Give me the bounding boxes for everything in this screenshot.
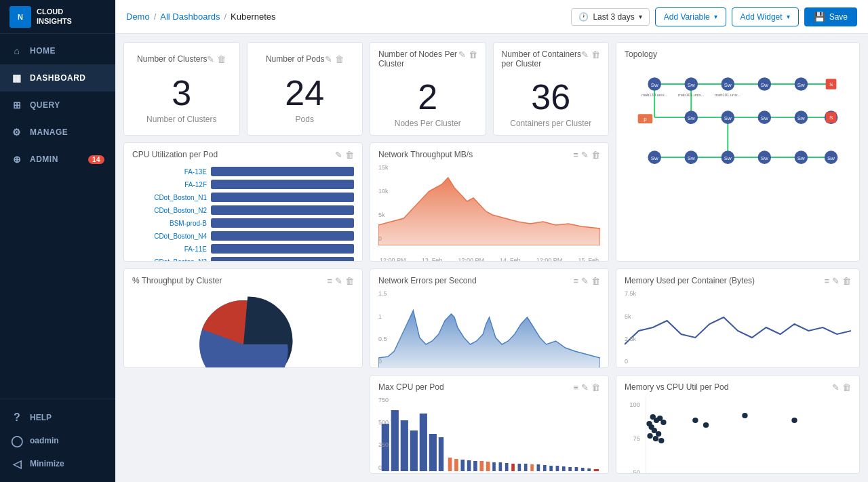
user-label: oadmin — [30, 436, 59, 445]
svg-text:50: 50 — [633, 469, 640, 474]
clusters-value: 3 — [172, 75, 191, 111]
edit-icon[interactable]: ✎ — [207, 54, 214, 64]
delete-icon[interactable]: 🗑 — [842, 382, 851, 393]
delete-icon[interactable]: 🗑 — [345, 276, 354, 286]
delete-icon[interactable]: 🗑 — [335, 54, 344, 64]
sidebar-item-minimize[interactable]: ◁ Minimize — [11, 452, 104, 475]
edit-icon[interactable]: ✎ — [581, 382, 589, 393]
widget-memory-used-header: Memory Used per Container (Bytes) ≡ ✎ 🗑 — [625, 276, 851, 286]
svg-rect-90 — [581, 468, 585, 471]
svg-point-102 — [653, 436, 658, 441]
breadcrumb-all-dashboards[interactable]: All Dashboards — [160, 12, 220, 22]
widget-net-errors-actions: ≡ ✎ 🗑 — [573, 276, 600, 286]
svg-rect-63 — [391, 410, 399, 471]
svg-rect-77 — [499, 462, 502, 471]
sidebar-item-query[interactable]: ⊞ QUERY — [0, 92, 115, 119]
delete-icon[interactable]: 🗑 — [591, 49, 600, 60]
svg-point-104 — [692, 418, 698, 423]
delete-icon[interactable]: 🗑 — [591, 276, 600, 286]
list-icon[interactable]: ≡ — [573, 382, 578, 393]
memory-used-svg — [625, 290, 851, 365]
net-errors-svg — [378, 290, 600, 367]
sidebar-item-user[interactable]: ◯ oadmin — [11, 429, 104, 452]
bar-label: FA-12F — [132, 181, 207, 188]
bar-fill — [211, 205, 354, 215]
sidebar-item-admin-label: ADMIN — [30, 155, 58, 164]
add-widget-button[interactable]: Add Widget ▾ — [732, 7, 799, 26]
widget-containers: Number of Containers per Cluster ✎ 🗑 36 … — [493, 42, 610, 136]
widget-net-errors-title: Network Errors per Second — [378, 276, 573, 285]
svg-text:Sw: Sw — [651, 82, 658, 88]
bar-background — [211, 218, 354, 228]
svg-text:S: S — [829, 115, 833, 121]
list-icon[interactable]: ≡ — [327, 276, 332, 286]
edit-icon[interactable]: ✎ — [581, 150, 589, 160]
sidebar-item-admin[interactable]: ⊕ ADMIN 14 — [0, 146, 115, 173]
sidebar-item-home[interactable]: ⌂ HOME — [0, 37, 115, 64]
max-cpu-y-axis: 7505002500 — [378, 397, 389, 471]
add-variable-button[interactable]: Add Variable ▾ — [655, 7, 726, 26]
header-actions: 🕐 Last 3 days ▾ Add Variable ▾ Add Widge… — [571, 7, 857, 26]
save-button[interactable]: 💾 Save — [804, 7, 857, 26]
widget-pct-throughput: % Throughput by Cluster ≡ ✎ 🗑 — [123, 268, 363, 367]
delete-icon[interactable]: 🗑 — [842, 276, 851, 286]
net-throughput-y-axis: 15k10k5k0 — [378, 164, 389, 242]
svg-text:Sw: Sw — [797, 115, 805, 121]
pie-container — [132, 290, 354, 367]
svg-text:Sw: Sw — [827, 155, 835, 161]
edit-icon[interactable]: ✎ — [335, 150, 342, 160]
scatter-svg: 100 75 50 25 0 0 5k 10k 15k 20k 25k 30k — [625, 397, 851, 474]
widget-memory-cpu-title: Memory vs CPU Util per Pod — [625, 382, 832, 392]
edit-icon[interactable]: ✎ — [581, 49, 589, 60]
svg-text:Sw: Sw — [761, 155, 768, 161]
bar-fill — [211, 231, 354, 241]
edit-icon[interactable]: ✎ — [581, 276, 589, 286]
widget-pods: Number of Pods ✎ 🗑 24 Pods — [247, 42, 363, 136]
edit-icon[interactable]: ✎ — [335, 276, 342, 286]
net-throughput-svg — [378, 164, 600, 245]
list-icon[interactable]: ≡ — [824, 276, 829, 286]
bar-row: FA-13E — [132, 167, 354, 176]
breadcrumb-demo[interactable]: Demo — [126, 12, 150, 22]
list-icon[interactable]: ≡ — [573, 276, 578, 286]
svg-rect-73 — [473, 461, 477, 471]
bar-background — [211, 167, 354, 176]
widget-clusters-header: Number of Clusters ✎ 🗑 — [137, 54, 226, 64]
delete-icon[interactable]: 🗑 — [591, 382, 600, 393]
sidebar-item-dashboard[interactable]: ▦ DASHBOARD — [0, 64, 115, 92]
edit-icon[interactable]: ✎ — [325, 54, 332, 64]
svg-text:Sw: Sw — [761, 82, 768, 88]
widget-net-throughput-title: Network Throughput MB/s — [378, 150, 573, 159]
widget-net-errors: Network Errors per Second ≡ ✎ 🗑 — [370, 268, 609, 367]
svg-text:Sw: Sw — [724, 82, 732, 88]
help-icon: ? — [11, 411, 23, 424]
delete-icon[interactable]: 🗑 — [469, 49, 477, 60]
delete-icon[interactable]: 🗑 — [217, 54, 226, 64]
topology-svg: Sw Sw Sw Sw Sw p Sw Sw — [625, 63, 851, 182]
widget-topology: Topology — [616, 42, 860, 262]
sidebar-item-manage[interactable]: ⚙ MANAGE — [0, 119, 115, 146]
edit-icon[interactable]: ✎ — [832, 276, 840, 286]
pods-label: Pods — [296, 115, 314, 124]
delete-icon[interactable]: 🗑 — [345, 150, 354, 160]
help-label: HELP — [30, 413, 52, 422]
edit-icon[interactable]: ✎ — [832, 382, 840, 393]
logo: N CLOUD INSIGHTS — [0, 0, 115, 34]
svg-rect-67 — [429, 434, 437, 471]
svg-point-103 — [658, 438, 664, 443]
bar-fill — [211, 180, 354, 189]
widget-pct-throughput-header: % Throughput by Cluster ≡ ✎ 🗑 — [132, 276, 354, 286]
bar-fill — [211, 193, 354, 202]
svg-rect-70 — [454, 459, 458, 471]
time-picker[interactable]: 🕐 Last 3 days ▾ — [571, 8, 649, 26]
max-cpu-svg — [378, 397, 600, 471]
pie-svg — [189, 290, 298, 367]
list-icon[interactable]: ≡ — [573, 150, 578, 160]
sidebar-item-help[interactable]: ? HELP — [11, 406, 104, 429]
home-icon: ⌂ — [11, 45, 23, 57]
widget-clusters-title: Number of Clusters — [137, 54, 207, 64]
net-errors-chart-wrapper: 1.510.50 — [378, 290, 600, 367]
edit-icon[interactable]: ✎ — [458, 49, 466, 60]
clusters-label: Number of Clusters — [146, 115, 216, 124]
delete-icon[interactable]: 🗑 — [591, 150, 600, 160]
